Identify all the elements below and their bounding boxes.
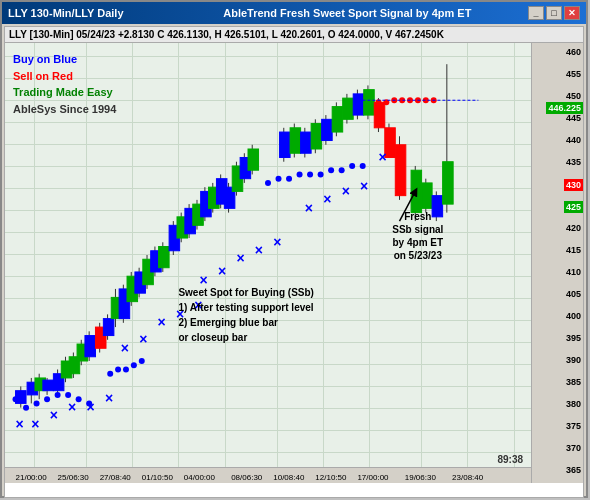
price-badge-425: 425 — [564, 201, 583, 213]
svg-point-109 — [328, 167, 334, 173]
price-445: 445 — [566, 113, 581, 123]
svg-rect-65 — [311, 124, 322, 149]
maximize-button[interactable]: □ — [546, 6, 562, 20]
time-label-5: 04/00:00 — [184, 473, 215, 482]
svg-point-105 — [286, 176, 292, 182]
price-370: 370 — [566, 443, 581, 453]
svg-point-101 — [131, 362, 137, 368]
price-415: 415 — [566, 245, 581, 255]
svg-rect-81 — [395, 145, 406, 196]
title-bar-left: LLY 130-Min/LLY Daily AbleTrend Fresh Sw… — [8, 7, 471, 19]
x-mark-18: × — [323, 191, 331, 207]
x-mark-8: × — [139, 331, 147, 347]
x-mark-20: × — [360, 178, 368, 194]
svg-point-107 — [307, 171, 313, 177]
price-380: 380 — [566, 399, 581, 409]
time-axis: 21/00:00 25/06:30 27/08:40 01/10:50 04/0… — [5, 467, 531, 483]
price-460: 460 — [566, 47, 581, 57]
fresh-ssb-annotation: Fresh SSb signal by 4pm ET on 5/23/23 — [392, 210, 443, 262]
svg-point-91 — [23, 405, 29, 411]
time-label-8: 12/10:50 — [315, 473, 346, 482]
price-badge-446: 446.225 — [546, 102, 583, 114]
svg-point-90 — [13, 396, 19, 402]
ssb-line1: Sweet Spot for Buying (SSb) — [178, 285, 314, 300]
svg-rect-71 — [343, 98, 354, 119]
svg-point-100 — [123, 366, 129, 372]
svg-rect-89 — [443, 162, 454, 204]
title-bar-controls: _ □ ✕ — [528, 6, 580, 20]
svg-rect-59 — [280, 132, 291, 157]
price-axis: 460 455 450 445 440 435 430 425 420 415 … — [531, 43, 583, 483]
svg-point-103 — [265, 180, 271, 186]
x-mark-17: × — [305, 200, 313, 216]
main-window: LLY 130-Min/LLY Daily AbleTrend Fresh Sw… — [0, 0, 588, 498]
price-395: 395 — [566, 333, 581, 343]
x-mark-2: × — [31, 416, 39, 432]
price-420: 420 — [566, 223, 581, 233]
svg-point-96 — [76, 396, 82, 402]
title-left: LLY 130-Min/LLY Daily — [8, 7, 124, 19]
x-mark-6: × — [105, 390, 113, 406]
x-mark-21: × — [378, 149, 386, 165]
svg-point-108 — [318, 171, 324, 177]
price-390: 390 — [566, 355, 581, 365]
svg-rect-73 — [353, 94, 364, 115]
x-mark-15: × — [255, 242, 263, 258]
x-mark-14: × — [236, 250, 244, 266]
x-mark-16: × — [273, 234, 281, 250]
time-label-10: 19/06:30 — [405, 473, 436, 482]
annotation-fresh: Fresh — [392, 210, 443, 223]
time-label-2: 25/06:30 — [58, 473, 89, 482]
price-400: 400 — [566, 311, 581, 321]
chart-header: LLY [130-Min] 05/24/23 +2.8130 C 426.113… — [5, 27, 583, 43]
price-375: 375 — [566, 421, 581, 431]
x-mark-9: × — [158, 314, 166, 330]
svg-point-95 — [65, 392, 71, 398]
x-mark-7: × — [121, 340, 129, 356]
svg-rect-67 — [322, 119, 333, 140]
svg-rect-57 — [248, 149, 259, 170]
x-mark-4: × — [68, 399, 76, 415]
annotation-line3: by 4pm ET — [392, 236, 443, 249]
price-385: 385 — [566, 377, 581, 387]
time-label-9: 17/00:00 — [357, 473, 388, 482]
price-badge-430: 430 — [564, 179, 583, 191]
ssb-line3: 2) Emerging blue bar — [178, 315, 314, 330]
chart-timestamp: 89:38 — [497, 454, 523, 465]
x-mark-13: × — [218, 263, 226, 279]
svg-rect-7 — [43, 380, 54, 391]
price-450: 450 — [566, 91, 581, 101]
candlestick-svg: × × × × × × × × × × × × × × × × × — [5, 43, 531, 467]
price-405: 405 — [566, 289, 581, 299]
svg-rect-69 — [332, 107, 343, 132]
price-410: 410 — [566, 267, 581, 277]
time-label-1: 21/00:00 — [16, 473, 47, 482]
close-button[interactable]: ✕ — [564, 6, 580, 20]
minimize-button[interactable]: _ — [528, 6, 544, 20]
svg-rect-63 — [301, 132, 312, 153]
svg-point-111 — [349, 163, 355, 169]
ssb-description: Sweet Spot for Buying (SSb) 1) After tes… — [178, 285, 314, 345]
svg-rect-77 — [374, 102, 385, 127]
time-label-3: 27/08:40 — [100, 473, 131, 482]
time-label-11: 23/08:40 — [452, 473, 483, 482]
time-label-7: 10/08:40 — [273, 473, 304, 482]
svg-point-99 — [115, 366, 121, 372]
svg-rect-21 — [103, 319, 114, 336]
ssb-line4: or closeup bar — [178, 330, 314, 345]
chart-container: LLY [130-Min] 05/24/23 +2.8130 C 426.113… — [4, 26, 584, 498]
time-label-6: 08/06:30 — [231, 473, 262, 482]
price-435: 435 — [566, 157, 581, 167]
time-label-4: 01/10:50 — [142, 473, 173, 482]
svg-point-92 — [34, 400, 40, 406]
svg-point-94 — [55, 392, 61, 398]
svg-rect-83 — [411, 170, 422, 212]
svg-point-112 — [360, 163, 366, 169]
x-mark-5: × — [87, 399, 95, 415]
annotation-line2: SSb signal — [392, 223, 443, 236]
svg-point-93 — [44, 396, 50, 402]
chart-body: Buy on Blue Sell on Red Trading Made Eas… — [5, 43, 583, 483]
x-mark-19: × — [342, 183, 350, 199]
svg-point-98 — [107, 371, 113, 377]
svg-rect-35 — [159, 247, 170, 268]
